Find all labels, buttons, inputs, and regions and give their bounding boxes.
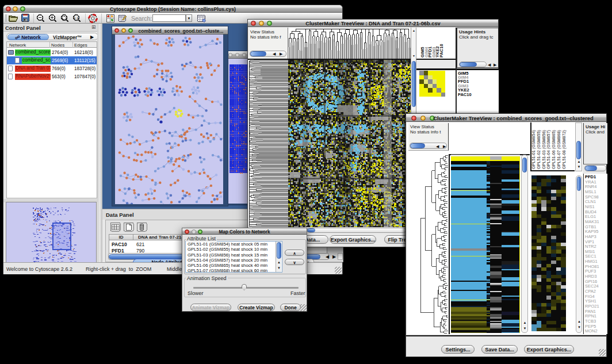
svg-text:PAC10: PAC10 [439,44,444,58]
svg-text:GPL51-04 (GSM857): GPL51-04 (GSM857) [546,130,551,169]
svg-text:GPL51-06 (GSM865): GPL51-06 (GSM865) [551,130,556,169]
svg-text:GPL51-02 (GSM855): GPL51-02 (GSM855) [536,130,541,169]
svg-text:1:1: 1:1 [74,16,79,20]
svg-text:GPL51-07 (GSM868): GPL51-07 (GSM868) [556,130,561,169]
svg-text:GPL51-08 (GSM872): GPL51-08 (GSM872) [561,130,567,169]
svg-text:GPL51-01 (GSM854): GPL51-01 (GSM854) [531,130,536,169]
svg-text:GPL51-03 (GSM856): GPL51-03 (GSM856) [541,130,546,169]
